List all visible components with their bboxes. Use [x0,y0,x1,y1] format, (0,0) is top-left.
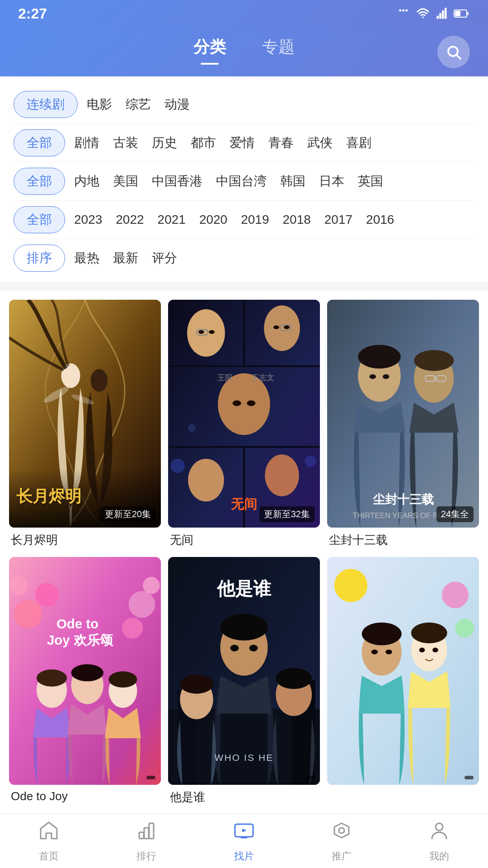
svg-point-85 [442,582,469,609]
filter-year-active[interactable]: 全部 [14,206,65,233]
svg-point-40 [305,455,316,467]
nav-find[interactable]: 找片 [195,814,293,868]
filter-type-active[interactable]: 连续剧 [14,91,78,118]
show-poster-2: 无间 王阳 王志文 更新至32集 [168,300,320,528]
svg-point-94 [432,648,438,653]
svg-point-30 [273,326,279,329]
filter-item-2017[interactable]: 2017 [324,209,352,231]
svg-point-90 [385,650,392,655]
filter-row-sort: 排序 最热 最新 评分 [0,239,488,277]
filter-item-2023[interactable]: 2023 [74,209,102,231]
filter-item-comedy[interactable]: 喜剧 [346,131,371,155]
filter-item-score[interactable]: 评分 [152,246,177,270]
header-tabs: 分类 专题 [193,36,295,63]
svg-point-57 [9,576,28,595]
filter-item-anime[interactable]: 动漫 [164,92,190,117]
svg-point-51 [383,374,389,379]
show-poster-6 [327,557,479,785]
svg-point-55 [14,600,42,628]
show-card-4[interactable]: Ode to Joy 欢乐颂 Ode to Joy [9,557,161,807]
content-area: 长月烬明 更新至20集 长月烬明 [0,291,488,816]
filter-sort-active[interactable]: 排序 [14,245,65,272]
show-card-2[interactable]: 无间 王阳 王志文 更新至32集 无间 [168,300,320,550]
filter-item-uk[interactable]: 英国 [358,169,383,193]
ranking-icon [136,820,157,846]
nav-find-label: 找片 [234,849,254,863]
show-card-1[interactable]: 长月烬明 更新至20集 长月烬明 [9,300,161,550]
show-1-title: 长月烬明 [9,528,161,550]
filter-item-new[interactable]: 最新 [113,246,138,270]
nav-ranking[interactable]: 排行 [98,814,195,868]
filter-item-drama[interactable]: 剧情 [74,131,99,155]
wifi-icon [416,7,430,20]
filter-row-type: 连续剧 电影 综艺 动漫 [0,85,488,123]
filter-row-year: 全部 2023 2022 2021 2020 2019 2018 2017 20… [0,201,488,239]
filter-item-usa[interactable]: 美国 [113,169,138,193]
svg-point-28 [198,330,204,334]
svg-line-12 [457,55,460,58]
filter-sort-items: 最热 最新 评分 [74,246,474,270]
filter-item-costume[interactable]: 古装 [113,131,138,155]
svg-point-66 [109,671,137,688]
filter-item-variety[interactable]: 综艺 [126,92,151,117]
filter-item-2020[interactable]: 2020 [199,209,227,231]
filter-item-2016[interactable]: 2016 [366,209,394,231]
filter-item-2018[interactable]: 2018 [282,209,310,231]
show-3-title: 尘封十三载 [327,528,479,550]
svg-rect-95 [139,832,144,839]
svg-point-101 [436,823,443,830]
filter-genre-active[interactable]: 全部 [14,129,65,156]
filter-item-wuxia[interactable]: 武侠 [307,131,333,155]
show-card-6[interactable] [327,557,479,807]
svg-text:王阳: 王阳 [217,374,233,382]
svg-text:Ode to: Ode to [56,616,99,631]
filter-item-hot[interactable]: 最热 [74,246,99,270]
show-4-title: Ode to Joy [9,785,161,805]
nav-promo[interactable]: 推广 [293,814,390,868]
filter-item-mainland[interactable]: 内地 [74,169,99,193]
svg-point-21 [218,373,270,435]
filter-item-hk[interactable]: 中国香港 [152,169,202,193]
status-time: 2:27 [18,5,47,22]
show-2-title: 无间 [168,528,320,550]
show-card-3[interactable]: 尘封十三载 THIRTEEN YEARS OF RUST 24集全 尘封十三载 [327,300,479,550]
filter-item-taiwan[interactable]: 中国台湾 [216,169,267,193]
nav-promo-label: 推广 [332,849,352,863]
nav-ranking-label: 排行 [136,849,156,863]
filter-row-genre: 全部 剧情 古装 历史 都市 爱情 青春 武侠 喜剧 [0,124,488,162]
svg-point-62 [37,670,67,687]
tab-zhuanti[interactable]: 专题 [262,36,295,63]
show-1-cn-title: 长月烬明 [16,486,154,506]
tab-fenlei[interactable]: 分类 [193,36,226,63]
show-card-5[interactable]: WHO IS HE 他是谁 他是谁 [168,557,320,807]
filter-item-movie[interactable]: 电影 [87,92,112,117]
filter-item-romance[interactable]: 爱情 [230,131,255,155]
svg-point-86 [455,619,474,638]
svg-point-32 [233,401,241,406]
svg-rect-1 [403,9,405,12]
svg-point-23 [265,454,299,496]
filter-item-2022[interactable]: 2022 [116,209,144,231]
show-6-badge [465,776,474,779]
filter-region-active[interactable]: 全部 [14,168,65,195]
filter-item-2021[interactable]: 2021 [158,209,186,231]
filter-item-youth[interactable]: 青春 [268,131,294,155]
filter-item-2019[interactable]: 2019 [241,209,269,231]
nav-home-label: 首页 [39,849,59,863]
svg-point-19 [187,309,225,357]
show-2-badge: 更新至32集 [259,506,314,522]
filter-genre-items: 剧情 古装 历史 都市 爱情 青春 武侠 喜剧 [74,131,474,155]
header: 分类 专题 [0,27,488,76]
filter-item-korea[interactable]: 韩国 [280,169,305,193]
svg-point-20 [264,306,300,351]
filter-item-urban[interactable]: 都市 [191,131,216,155]
search-button[interactable] [437,36,470,68]
nav-home[interactable]: 首页 [0,814,98,868]
svg-text:他是谁: 他是谁 [216,579,272,599]
filter-item-japan[interactable]: 日本 [319,169,344,193]
show-poster-3: 尘封十三载 THIRTEEN YEARS OF RUST 24集全 [327,300,479,528]
filters: 连续剧 电影 综艺 动漫 全部 剧情 古装 历史 都市 爱情 青春 武侠 喜剧 … [0,76,488,282]
filter-item-history[interactable]: 历史 [152,131,177,155]
svg-point-15 [91,369,108,392]
nav-mine[interactable]: 我的 [390,814,488,868]
